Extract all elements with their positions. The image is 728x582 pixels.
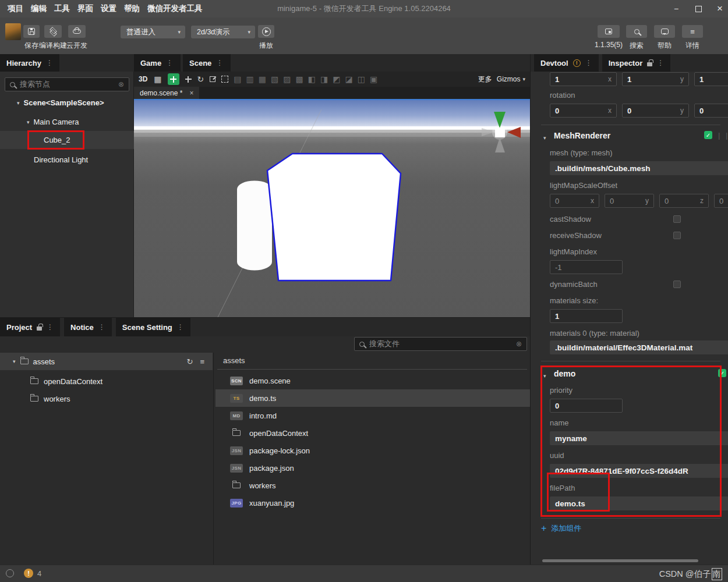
- uuid-field[interactable]: 02d9d7R-84871dE-9f07ccS-f26d4dR: [550, 464, 728, 478]
- dynamicbatch-checkbox[interactable]: [673, 281, 681, 288]
- asset-row-intro-md[interactable]: MD intro.md: [215, 407, 530, 424]
- snap-icon[interactable]: ▣: [370, 74, 377, 84]
- rect-tool-button[interactable]: [221, 76, 228, 83]
- unlock-icon[interactable]: [37, 327, 42, 331]
- layout-grid-icon[interactable]: ◫: [358, 74, 365, 84]
- refresh-icon[interactable]: ↻: [187, 357, 193, 366]
- save-button[interactable]: [23, 25, 40, 38]
- cloud-dev-button[interactable]: [68, 25, 86, 38]
- distribute-h-icon[interactable]: ◧: [308, 74, 316, 84]
- warning-icon[interactable]: !: [24, 569, 33, 578]
- align-right-icon[interactable]: ▩: [295, 74, 303, 84]
- close-icon[interactable]: ×: [189, 89, 193, 97]
- mode-3d-toggle[interactable]: 3D: [139, 75, 147, 83]
- scale-z-field[interactable]: 1z: [694, 72, 728, 86]
- name-field[interactable]: myname: [550, 431, 728, 445]
- rotation-x-field[interactable]: 0x: [550, 104, 617, 118]
- tree-item-main-camera[interactable]: ▾ Main Camera: [0, 113, 134, 131]
- grid-icon[interactable]: ▦: [154, 74, 161, 84]
- align-left-icon[interactable]: ▧: [271, 74, 278, 84]
- tab-game[interactable]: Game ⋮: [134, 54, 181, 72]
- cube-object-selected[interactable]: [267, 154, 401, 281]
- minimize-button[interactable]: −: [667, 0, 685, 17]
- tree-item-cube2[interactable]: Cube_2: [0, 131, 134, 149]
- version-button[interactable]: [598, 25, 620, 38]
- align-top-icon[interactable]: ▤: [234, 74, 241, 84]
- build-button[interactable]: [44, 25, 62, 38]
- asset-row-package-lock[interactable]: JSN package-lock.json: [215, 442, 530, 459]
- distribute-v-icon[interactable]: ◨: [320, 74, 328, 84]
- asset-row-package-json[interactable]: JSN package.json: [215, 459, 530, 477]
- demo-enabled-checkbox[interactable]: ✓: [718, 369, 726, 377]
- play-button[interactable]: [258, 25, 274, 38]
- align-center-icon[interactable]: ▨: [283, 74, 291, 84]
- translate-tool-button[interactable]: [185, 76, 192, 83]
- tree-row-workers[interactable]: workers: [30, 391, 70, 407]
- menu-dots-icon[interactable]: ⋮: [98, 323, 105, 331]
- rotate-tool-button[interactable]: ↻: [197, 74, 204, 84]
- rotation-y-field[interactable]: 0y: [622, 104, 689, 118]
- asset-row-workers[interactable]: workers: [215, 477, 530, 494]
- menu-dots-icon[interactable]: ⋮: [657, 59, 664, 67]
- scale-x-field[interactable]: 1x: [550, 72, 617, 86]
- scene-mode-dropdown[interactable]: 2d/3d演示 ▾: [191, 26, 255, 38]
- lmso-z-field[interactable]: 0z: [659, 194, 709, 208]
- help-button[interactable]: [654, 25, 675, 38]
- stretch-v-icon[interactable]: ◪: [345, 74, 352, 84]
- menu-edit[interactable]: 编辑: [31, 3, 47, 14]
- align-bottom-icon[interactable]: ▦: [259, 74, 266, 84]
- asset-row-demo-scene[interactable]: SCN demo.scene: [215, 372, 530, 389]
- tab-project[interactable]: Project ⋮: [0, 318, 60, 336]
- user-avatar[interactable]: [5, 23, 21, 40]
- menu-wechat-devtools[interactable]: 微信开发者工具: [147, 3, 203, 14]
- tab-scene-setting[interactable]: Scene Setting ⋮: [116, 318, 190, 336]
- asset-row-demo-ts[interactable]: TS demo.ts: [215, 389, 530, 407]
- chevron-down-icon[interactable]: ▾: [27, 119, 30, 125]
- collapse-arrow-icon[interactable]: ▾: [543, 373, 546, 379]
- castshadow-checkbox[interactable]: [673, 215, 681, 223]
- cylinder-object[interactable]: [237, 181, 272, 271]
- maximize-button[interactable]: [690, 0, 707, 17]
- scale-y-field[interactable]: 1y: [622, 72, 689, 86]
- collapse-arrow-icon[interactable]: ▾: [543, 135, 546, 141]
- list-menu-icon[interactable]: ≡: [200, 357, 204, 366]
- tree-row-opendatacontext[interactable]: openDataContext: [30, 373, 103, 389]
- menu-dots-icon[interactable]: ⋮: [166, 59, 173, 67]
- rotation-z-field[interactable]: 0z: [694, 104, 728, 118]
- move-tool-active-button[interactable]: [168, 73, 179, 85]
- tab-devtool[interactable]: Devtool ! ⋮: [534, 54, 599, 72]
- lmso-y-field[interactable]: 0y: [605, 194, 654, 208]
- tab-inspector[interactable]: Inspector ⋮: [602, 54, 671, 72]
- tree-item-directional-light[interactable]: Directional Light: [0, 151, 134, 169]
- chevron-down-icon[interactable]: ▾: [17, 100, 20, 106]
- menu-dots-icon[interactable]: ⋮: [46, 59, 53, 67]
- tree-item-scene[interactable]: ▾ Scene<SampleScene>: [0, 94, 134, 112]
- align-middle-icon[interactable]: ▥: [246, 74, 254, 84]
- menu-dots-icon[interactable]: ⋮: [177, 323, 184, 331]
- tab-hierarchy[interactable]: Hierarchy ⋮: [0, 54, 59, 72]
- meshrenderer-enabled-checkbox[interactable]: ✓: [704, 131, 712, 139]
- lmso-w-field[interactable]: 0w: [714, 194, 728, 208]
- lightmapindex-field[interactable]: -1: [550, 260, 623, 274]
- tab-demo-scene[interactable]: demo.scene * ×: [134, 87, 199, 99]
- lmso-x-field[interactable]: 0x: [550, 194, 599, 208]
- search-button[interactable]: [626, 25, 647, 38]
- chevron-down-icon[interactable]: ▾: [13, 359, 16, 364]
- filepath-field[interactable]: demo.ts: [550, 496, 728, 510]
- scale-tool-button[interactable]: [210, 76, 215, 82]
- tab-notice[interactable]: Notice ⋮: [64, 318, 112, 336]
- materials-size-field[interactable]: 1: [550, 309, 623, 323]
- receiveshadow-checkbox[interactable]: [673, 232, 681, 239]
- stretch-h-icon[interactable]: ◩: [333, 74, 340, 84]
- tab-scene[interactable]: Scene ⋮: [183, 54, 231, 72]
- menu-dots-icon[interactable]: ⋮: [216, 59, 223, 67]
- scene-viewport[interactable]: [134, 99, 530, 317]
- clear-icon[interactable]: ⊗: [516, 340, 522, 348]
- enter-mode-dropdown[interactable]: 普通进入 ▾: [121, 26, 185, 38]
- clear-icon[interactable]: ⊗: [118, 80, 124, 88]
- menu-help[interactable]: 帮助: [124, 3, 140, 14]
- close-button[interactable]: ×: [711, 0, 728, 17]
- more-button[interactable]: 更多: [478, 74, 492, 84]
- materials0-value-field[interactable]: .buildin/material/Effec3DMaterial.mat: [550, 340, 728, 354]
- unlock-icon[interactable]: [647, 62, 652, 66]
